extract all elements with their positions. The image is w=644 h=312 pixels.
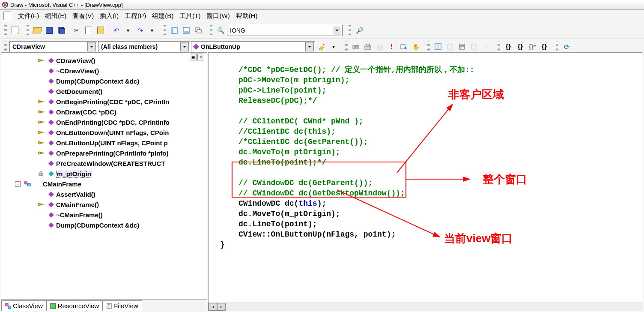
protected-key-icon	[38, 110, 44, 114]
brace-left-button[interactable]: {}	[503, 41, 514, 52]
code-editor[interactable]: /*CDC *pDC=GetDC(); // 定义一个指针,用内部的所以，不加:…	[208, 52, 643, 311]
menu-window[interactable]: 窗口(W)	[204, 10, 232, 22]
toolbar-grip[interactable]	[4, 42, 7, 52]
tree-member-node[interactable]: PreCreateWindow(CREATESTRUCT	[10, 158, 205, 168]
find-button[interactable]: 🔎	[354, 25, 365, 36]
build-button[interactable]	[362, 41, 373, 52]
tree-member-node[interactable]: CDrawView()	[10, 55, 205, 66]
tree-item-label: CMainFrame	[43, 180, 81, 188]
go-button[interactable]	[398, 41, 409, 52]
dropdown-arrow-icon[interactable]	[180, 42, 189, 51]
redo-dropdown[interactable]: ▾	[146, 25, 158, 36]
menu-file[interactable]: 文件(F)	[15, 10, 42, 22]
tree-member-node[interactable]: OnLButtonUp(UINT nFlags, CPoint p	[10, 138, 205, 148]
horizontal-scrollbar[interactable]: ◂ ▸	[209, 303, 643, 311]
tree-class-node[interactable]: −CMainFrame	[10, 179, 205, 189]
dropdown-arrow-icon[interactable]	[333, 26, 341, 35]
find-combo[interactable]: IONG	[227, 25, 343, 36]
code-line: dc.MoveTo(m_ptOrigin);	[239, 210, 340, 218]
bookmark-prev-button[interactable]	[468, 41, 480, 52]
svg-rect-2	[171, 27, 173, 33]
tree-member-node[interactable]: CMainFrame()	[10, 199, 205, 210]
new-text-file-button[interactable]	[9, 25, 21, 36]
tree-member-node[interactable]: OnEndPrinting(CDC *pDC, CPrintInfo	[10, 117, 205, 127]
brace-if-button[interactable]: {}*	[527, 41, 538, 52]
dropdown-arrow-icon[interactable]	[87, 42, 96, 51]
undo-button[interactable]: ↶	[110, 25, 122, 36]
tab-resourceview[interactable]: ResourceView	[46, 300, 103, 311]
brace-right-button[interactable]: {}	[539, 41, 550, 52]
copy-button[interactable]	[83, 25, 94, 36]
stop-build-button[interactable]	[374, 41, 385, 52]
class-icon	[24, 181, 31, 187]
tile-button[interactable]	[432, 41, 444, 52]
tree-item-label: Dump(CDumpContext &dc)	[56, 222, 139, 229]
execute-button[interactable]: !	[386, 41, 397, 52]
undo-dropdown[interactable]: ▾	[122, 25, 134, 36]
compile-button[interactable]	[350, 41, 361, 52]
filter-combo[interactable]: (All class members)	[98, 41, 190, 52]
toolbar-grip[interactable]	[210, 25, 212, 36]
tree-member-node[interactable]: m_ptOrigin	[10, 168, 205, 179]
tree-member-node[interactable]: Dump(CDumpContext &dc)	[10, 76, 205, 86]
tree-member-node[interactable]: OnBeginPrinting(CDC *pDC, CPrintIn	[10, 96, 205, 107]
save-button[interactable]	[44, 25, 55, 36]
menu-build[interactable]: 组建(B)	[149, 10, 176, 22]
class-tree[interactable]: CDrawView()~CDrawView()Dump(CDumpContext…	[1, 53, 207, 299]
menu-view[interactable]: 查看(V)	[70, 10, 96, 22]
toolbar-grip[interactable]	[427, 42, 430, 52]
scroll-split-button[interactable]: ▸	[217, 303, 226, 311]
code-line: // CClientDC( CWnd* pWnd );	[239, 117, 364, 126]
menu-edit[interactable]: 编辑(E)	[42, 10, 69, 22]
toolbar-grip[interactable]	[164, 25, 166, 36]
tree-member-node[interactable]: OnLButtonDown(UINT nFlags, CPoin	[10, 127, 205, 138]
goto-definition-button[interactable]: ⟳	[561, 41, 572, 52]
output-button[interactable]	[181, 25, 192, 36]
menu-insert[interactable]: 插入(I)	[97, 10, 121, 22]
toolbar-grip[interactable]	[27, 25, 29, 36]
dropdown-arrow-icon[interactable]	[305, 42, 314, 51]
app-icon	[2, 1, 9, 8]
class-combo[interactable]: CDrawView	[9, 41, 97, 52]
cut-button[interactable]: ✂	[71, 25, 82, 36]
redo-button[interactable]: ↷	[134, 25, 146, 36]
pane-close-button[interactable]: ×	[197, 54, 204, 60]
menu-project[interactable]: 工程(P)	[122, 10, 149, 22]
member-combo-text: OnLButtonUp	[201, 43, 240, 50]
pane-pin-button[interactable]: ▣	[190, 54, 197, 60]
nav-back-button[interactable]: →	[480, 41, 492, 52]
tab-classview[interactable]: ClassView	[1, 300, 47, 311]
tree-member-node[interactable]: OnPreparePrinting(CPrintInfo *pInfo)	[10, 148, 205, 158]
paste-button[interactable]	[95, 25, 106, 36]
toolbar-grip[interactable]	[4, 25, 7, 36]
wizard-action-dropdown[interactable]: ▾	[328, 41, 339, 52]
workspace-button[interactable]	[169, 25, 180, 36]
tree-member-node[interactable]: ~CMainFrame()	[10, 210, 205, 220]
toolbar-grip[interactable]	[345, 42, 348, 52]
insert-breakpoint-button[interactable]: ✋	[410, 41, 421, 52]
tree-member-node[interactable]: OnDraw(CDC *pDC)	[10, 107, 205, 117]
bookmark-next-button[interactable]	[456, 41, 468, 52]
window-list-button[interactable]	[193, 25, 204, 36]
save-all-button[interactable]	[56, 25, 67, 36]
brace-match-button[interactable]: {}	[515, 41, 526, 52]
wizard-action-button[interactable]	[316, 41, 327, 52]
menu-help[interactable]: 帮助(H)	[233, 10, 260, 22]
scroll-left-button[interactable]: ◂	[209, 303, 217, 311]
tab-fileview[interactable]: FileView	[102, 300, 142, 311]
member-diamond-icon	[48, 139, 54, 146]
find-in-files-button[interactable]: 🔍	[215, 25, 226, 36]
bookmark-button[interactable]	[444, 41, 456, 52]
tree-expander[interactable]: −	[15, 181, 21, 187]
open-button[interactable]	[32, 25, 43, 36]
svg-rect-10	[366, 44, 370, 46]
tree-member-node[interactable]: Dump(CDumpContext &dc)	[10, 220, 205, 230]
toolbar-grip[interactable]	[498, 42, 500, 52]
tree-member-node[interactable]: GetDocument()	[10, 86, 205, 96]
toolbar-grip[interactable]	[556, 42, 558, 52]
tree-member-node[interactable]: AssertValid()	[10, 189, 205, 199]
tree-member-node[interactable]: ~CDrawView()	[10, 66, 205, 76]
toolbar-grip[interactable]	[349, 25, 351, 36]
member-combo[interactable]: OnLButtonUp	[191, 41, 315, 52]
menu-tools[interactable]: 工具(T)	[177, 10, 203, 22]
